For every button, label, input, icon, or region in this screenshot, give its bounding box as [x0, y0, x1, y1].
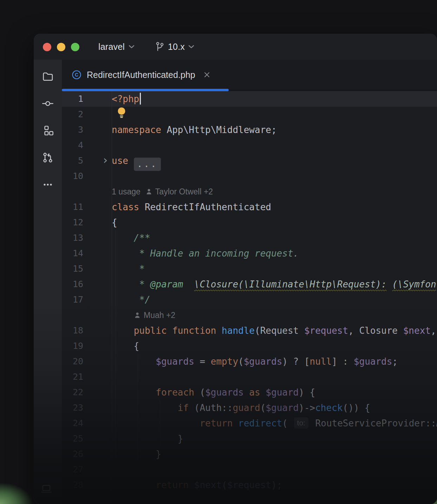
code-line[interactable] — [112, 462, 437, 477]
gutter[interactable]: 1 — [62, 91, 112, 107]
gutter[interactable]: 28 — [62, 477, 112, 493]
gutter[interactable]: 21 — [62, 369, 112, 385]
gutter[interactable]: 12 — [62, 215, 112, 230]
gutter[interactable]: 14 — [62, 246, 112, 261]
code-line[interactable]: } — [112, 431, 437, 446]
gutter[interactable] — [62, 307, 112, 323]
gutter[interactable]: 5› — [62, 153, 112, 168]
sidebar-item-more[interactable] — [40, 177, 56, 192]
code-line[interactable] — [112, 107, 437, 122]
code-line[interactable]: if (Auth::guard($guard)->check()) { — [112, 400, 437, 416]
sidebar-item-structure[interactable] — [40, 123, 56, 138]
fold-chevron-icon[interactable]: › — [102, 152, 109, 168]
code-line[interactable]: * Handle an incoming request. — [112, 246, 437, 261]
line-number[interactable]: 21 — [73, 372, 83, 382]
code-line[interactable] — [112, 138, 437, 153]
gutter[interactable]: 15 — [62, 261, 112, 277]
gutter[interactable]: 13 — [62, 230, 112, 246]
line-number[interactable]: 20 — [73, 356, 83, 366]
gutter[interactable]: 25 — [62, 431, 112, 446]
close-window-button[interactable] — [43, 43, 51, 51]
line-number[interactable]: 14 — [73, 248, 83, 258]
gutter[interactable]: 24 — [62, 416, 112, 431]
code-line[interactable]: namespace App\Http\Middleware; — [112, 122, 437, 138]
project-selector[interactable]: laravel — [98, 34, 135, 60]
line-number[interactable]: 10 — [73, 171, 83, 181]
gutter[interactable]: 18 — [62, 323, 112, 338]
gutter[interactable]: 19 — [62, 338, 112, 354]
inlay-text[interactable]: 1 usage — [112, 184, 141, 199]
token: ) ? [ — [282, 356, 309, 367]
line-number[interactable]: 23 — [73, 403, 83, 413]
tab-redirectifauthenticated[interactable]: C RedirectIfAuthenticated.php — [62, 60, 229, 90]
line-number[interactable]: 5 — [78, 155, 83, 166]
gutter[interactable]: 11 — [62, 199, 112, 215]
code-line[interactable]: $guards = empty($guards) ? [null] : $gua… — [112, 354, 437, 369]
lightbulb-icon[interactable] — [117, 107, 126, 119]
code-line[interactable] — [112, 369, 437, 385]
code-line[interactable]: return redirect( to: RouteServiceProvide… — [112, 416, 437, 431]
line-number[interactable]: 2 — [78, 109, 83, 119]
token: $guard — [266, 387, 299, 398]
line-number[interactable]: 11 — [73, 202, 83, 212]
gutter[interactable]: 10 — [62, 168, 112, 184]
inlay-text[interactable]: Taylor Otwell +2 — [155, 184, 213, 199]
line-number[interactable]: 26 — [73, 449, 83, 459]
gutter[interactable]: 23 — [62, 400, 112, 416]
inlay-text[interactable]: Muah +2 — [144, 307, 175, 323]
sidebar-item-remote[interactable] — [40, 482, 53, 495]
code-line[interactable]: * — [112, 261, 437, 277]
line-number[interactable]: 12 — [73, 217, 83, 227]
line-number[interactable]: 4 — [78, 140, 83, 150]
close-tab-button[interactable] — [203, 71, 211, 79]
zoom-window-button[interactable] — [71, 43, 79, 51]
code-line[interactable]: { — [112, 215, 437, 230]
gutter[interactable]: 3 — [62, 122, 112, 138]
gutter[interactable]: 4 — [62, 138, 112, 153]
line-number[interactable]: 22 — [73, 387, 83, 397]
minimize-window-button[interactable] — [57, 43, 65, 51]
line-number[interactable]: 19 — [73, 341, 83, 351]
line-number[interactable]: 15 — [73, 264, 83, 274]
gutter[interactable]: 27 — [62, 462, 112, 477]
sidebar-item-commits[interactable] — [40, 96, 56, 111]
gutter[interactable]: 22 — [62, 385, 112, 400]
code-line[interactable]: public function handle(Request $request,… — [112, 323, 437, 338]
line-number[interactable]: 13 — [73, 233, 83, 243]
code-line[interactable]: <?php — [112, 91, 437, 107]
gutter[interactable]: 2 — [62, 107, 112, 122]
code-line[interactable]: return $next($request); — [112, 477, 437, 493]
gutter[interactable] — [62, 184, 112, 199]
gutter[interactable]: 20 — [62, 354, 112, 369]
line-number[interactable]: 24 — [73, 418, 83, 428]
code-line[interactable]: * @param \Closure(\Illuminate\Http\Reque… — [112, 277, 437, 292]
code-line[interactable]: */ — [112, 292, 437, 307]
line-number[interactable]: 17 — [73, 294, 83, 305]
gutter[interactable]: 26 — [62, 446, 112, 462]
inlay-hint[interactable]: 1 usageTaylor Otwell +2 — [112, 184, 437, 199]
line-number[interactable]: 1 — [78, 94, 83, 104]
sidebar-item-files[interactable] — [40, 69, 56, 84]
code-line[interactable]: use ... — [112, 153, 437, 168]
line-number[interactable]: 18 — [73, 325, 83, 336]
inlay-hint[interactable]: Muah +2 — [112, 307, 437, 323]
code-line[interactable] — [112, 168, 437, 184]
gutter[interactable]: 17 — [62, 292, 112, 307]
branch-selector[interactable]: 10.x — [155, 34, 194, 60]
token: * — [112, 279, 150, 290]
token: $guards — [354, 356, 392, 367]
line-number[interactable]: 3 — [78, 125, 83, 135]
line-number[interactable]: 16 — [73, 279, 83, 289]
line-number[interactable]: 28 — [73, 480, 83, 490]
code-line[interactable]: /** — [112, 230, 437, 246]
code-line[interactable]: foreach ($guards as $guard) { — [112, 385, 437, 400]
code-editor[interactable]: 1<?php23namespace App\Http\Middleware;45… — [62, 91, 437, 504]
token: (Request — [255, 325, 304, 336]
code-line[interactable]: } — [112, 446, 437, 462]
code-line[interactable]: { — [112, 338, 437, 354]
code-line[interactable]: class RedirectIfAuthenticated — [112, 199, 437, 215]
gutter[interactable]: 16 — [62, 277, 112, 292]
line-number[interactable]: 25 — [73, 433, 83, 444]
sidebar-item-pull-requests[interactable] — [40, 150, 56, 165]
line-number[interactable]: 27 — [73, 464, 83, 475]
